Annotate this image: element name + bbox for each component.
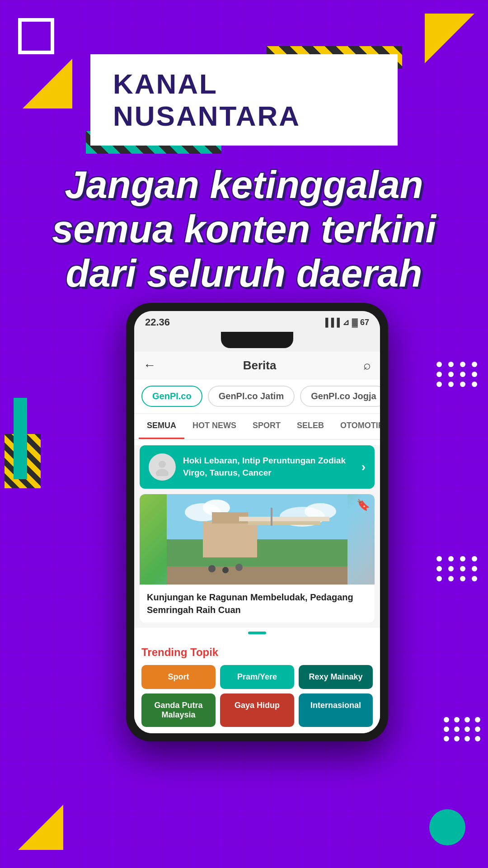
header-banner: KANAL NUSANTARA [90, 54, 398, 146]
svg-rect-10 [239, 517, 329, 521]
deco-bar-left [14, 398, 27, 479]
svg-point-16 [235, 564, 243, 571]
svg-point-14 [208, 565, 216, 572]
back-button[interactable]: ← [143, 358, 156, 373]
deco-dots-mid-right [436, 556, 479, 581]
category-tabs-row: SEMUA HOT NEWS SPORT SELEB OTOMOTIF POL.… [134, 414, 380, 440]
status-icons: ▐▐▐ ⊿ ▓ 67 [323, 317, 369, 327]
phone-mockup: 22.36 ▐▐▐ ⊿ ▓ 67 ← Berita ⌕ GenPI.co [126, 303, 388, 741]
svg-rect-13 [167, 566, 347, 585]
headline-section: Jangan ketinggalan semua konten terkini … [23, 163, 465, 295]
phone-content-area: Hoki Lebaran, Intip Peruntungan Zodiak V… [134, 445, 380, 733]
trending-tag-sport[interactable]: Sport [141, 665, 216, 689]
trending-tag-pramyere[interactable]: Pram/Yere [220, 665, 294, 689]
status-time: 22.36 [145, 316, 170, 328]
cat-tab-seleb[interactable]: SELEB [289, 414, 332, 439]
trending-tag-gayahidup[interactable]: Gaya Hidup [220, 693, 294, 727]
deco-triangle-left [23, 59, 72, 108]
trending-section: Trending Topik Sport Pram/Yere Rexy Main… [134, 640, 380, 733]
deco-circle-bottom-right [429, 809, 465, 845]
phone-nav-bar: ← Berita ⌕ [134, 352, 380, 379]
bookmark-icon[interactable]: 🔖 [357, 499, 370, 511]
trending-title: Trending Topik [141, 646, 373, 659]
main-news-caption: Kunjungan ke Ragunan Membeludak, Pedagan… [140, 585, 375, 623]
phone-outer-frame: 22.36 ▐▐▐ ⊿ ▓ 67 ← Berita ⌕ GenPI.co [126, 303, 388, 741]
status-bar: 22.36 ▐▐▐ ⊿ ▓ 67 [134, 311, 380, 332]
channel-tabs-row: GenPI.co GenPI.co Jatim GenPI.co Jogja G… [134, 379, 380, 414]
svg-rect-11 [248, 521, 320, 525]
banner-white: KANAL NUSANTARA [90, 54, 398, 146]
phone-screen: 22.36 ▐▐▐ ⊿ ▓ 67 ← Berita ⌕ GenPI.co [134, 311, 380, 733]
trending-tag-internasional[interactable]: Internasional [299, 693, 373, 727]
deco-dots-bottom-right [444, 717, 481, 741]
notch-cutout [221, 332, 293, 348]
deco-dots-top-right [436, 362, 479, 387]
battery-icon: ▓ 67 [352, 318, 369, 327]
main-news-card[interactable]: 🔖 Kunjungan ke Ragunan Membeludak, Pedag… [140, 494, 375, 623]
nav-title: Berita [243, 359, 277, 373]
cat-tab-hotnews[interactable]: HOT NEWS [184, 414, 244, 439]
svg-point-15 [222, 567, 229, 573]
search-button[interactable]: ⌕ [363, 358, 371, 373]
deco-triangle-right [425, 14, 474, 63]
breaking-news-text: Hoki Lebaran, Intip Peruntungan Zodiak V… [183, 455, 354, 479]
svg-point-0 [159, 461, 166, 468]
trending-tag-ganda[interactable]: Ganda Putra Malaysia [141, 693, 216, 727]
news-image: 🔖 [140, 494, 375, 585]
svg-rect-8 [203, 521, 257, 557]
headline-text: Jangan ketinggalan semua konten terkini … [23, 163, 465, 295]
channel-tab-jatim[interactable]: GenPI.co Jatim [208, 386, 295, 407]
trending-grid: Sport Pram/Yere Rexy Mainaky Ganda Putra… [141, 665, 373, 727]
deco-triangle-bottom-left [18, 805, 63, 850]
scroll-indicator [134, 628, 380, 640]
cat-tab-sport[interactable]: SPORT [244, 414, 289, 439]
trending-tag-rexy[interactable]: Rexy Mainaky [299, 665, 373, 689]
breaking-news-avatar [149, 453, 176, 481]
svg-rect-12 [271, 508, 272, 526]
wifi-icon: ⊿ [343, 317, 349, 327]
deco-square [18, 18, 54, 54]
phone-notch [134, 332, 380, 352]
channel-tab-jogja[interactable]: GenPI.co Jogja [300, 386, 380, 407]
scroll-dot [248, 632, 266, 634]
cat-tab-otomotif[interactable]: OTOMOTIF [332, 414, 380, 439]
breaking-news-arrow: › [361, 460, 366, 474]
app-title: KANAL NUSANTARA [113, 68, 375, 132]
breaking-news-card[interactable]: Hoki Lebaran, Intip Peruntungan Zodiak V… [140, 445, 375, 489]
svg-point-1 [156, 469, 169, 476]
signal-icon: ▐▐▐ [323, 318, 340, 327]
channel-tab-genpi[interactable]: GenPI.co [141, 386, 202, 407]
cat-tab-semua[interactable]: SEMUA [139, 414, 184, 439]
